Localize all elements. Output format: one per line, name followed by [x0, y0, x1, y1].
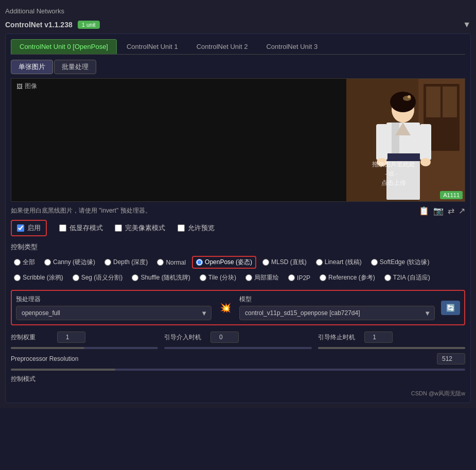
csdn-watermark: CSDN @w风雨无阻w: [11, 388, 465, 397]
resolution-row: Preprocessor Resolution: [11, 353, 465, 364]
guidance-end-input[interactable]: [364, 332, 393, 343]
image-preview: 拖放图片至此处 - 或 - 点击上传 A1111: [346, 79, 465, 201]
svg-rect-5: [443, 86, 457, 117]
guidance-start-track: [164, 347, 311, 349]
model-select[interactable]: control_v11p_sd15_openpose [cab727d4] No…: [239, 306, 435, 320]
tab-unit-1[interactable]: ControlNet Unit 1: [118, 39, 187, 54]
image-preview-inner: 拖放图片至此处 - 或 - 点击上传 A1111: [346, 79, 465, 201]
radio-normal[interactable]: Normal: [154, 256, 189, 269]
weight-track: [11, 347, 158, 349]
radio-t2ia[interactable]: T2IA (自适应): [381, 272, 433, 284]
radio-tile[interactable]: Tile (分块): [197, 272, 239, 284]
pixel-perfect-checkbox-label[interactable]: 完美像素模式: [115, 223, 165, 233]
control-mode-row: 控制模式: [11, 375, 465, 384]
model-select-wrapper: control_v11p_sd15_openpose [cab727d4] No…: [239, 306, 435, 320]
image-upload-area[interactable]: 🖼 图像: [11, 78, 465, 202]
tab-unit-3[interactable]: ControlNet Unit 3: [257, 39, 326, 54]
hint-icons: 📋 📷 ⇄ ↗: [419, 206, 465, 216]
subtab-batch[interactable]: 批量处理: [54, 60, 96, 74]
enable-options-row: 启用 低显存模式 完美像素模式 允许预览: [11, 220, 465, 236]
low-vram-checkbox-label[interactable]: 低显存模式: [59, 223, 103, 233]
explosion-button[interactable]: 💥: [218, 302, 233, 314]
guidance-start-row: 引导介入时机: [164, 332, 311, 343]
enable-checkbox[interactable]: [17, 224, 24, 232]
subtab-single[interactable]: 单张图片: [11, 60, 53, 74]
main-container: Additional Networks ControlNet v1.1.238 …: [0, 0, 476, 408]
control-mode-label: 控制模式: [11, 375, 36, 384]
additional-networks-title: Additional Networks: [5, 5, 471, 17]
enable-bordered-group: 启用: [11, 220, 47, 236]
guidance-end-label: 引导终止时机: [318, 333, 359, 342]
weight-fill: [11, 347, 84, 349]
svg-text:拖放图片至此处: 拖放图片至此处: [372, 161, 415, 168]
image-label: 🖼 图像: [12, 80, 41, 93]
resolution-fill: [11, 369, 115, 371]
svg-rect-4: [426, 86, 440, 117]
a1111-badge: A1111: [440, 191, 463, 199]
radio-softedge[interactable]: SoftEdge (软边缘): [368, 256, 433, 269]
radio-canny[interactable]: Canny (硬边缘): [41, 256, 98, 269]
tab-unit-0[interactable]: ControlNet Unit 0 [OpenPose]: [11, 39, 117, 54]
tab-unit-2[interactable]: ControlNet Unit 2: [188, 39, 257, 54]
resolution-track: [11, 369, 465, 371]
radio-openpose[interactable]: OpenPose (姿态): [192, 256, 256, 269]
svg-point-10: [408, 95, 411, 98]
svg-rect-15: [376, 124, 387, 160]
radio-seg[interactable]: Seg (语义分割): [69, 272, 126, 284]
weight-col: 控制权重: [11, 332, 158, 349]
swap-icon[interactable]: ⇄: [448, 206, 454, 216]
radio-depth[interactable]: Depth (深度): [101, 256, 151, 269]
camera-icon[interactable]: 📷: [433, 206, 444, 216]
copy-icon[interactable]: 📋: [419, 206, 429, 216]
guidance-end-track: [318, 347, 465, 349]
controlnet-header: ControlNet v1.1.238 1 unit ▼: [5, 20, 471, 29]
preprocessor-model-row: 预处理器 openpose_full openpose openpose_fac…: [11, 290, 465, 325]
three-col-sliders: 控制权重 引导介入时机 引导终止时机: [11, 332, 465, 349]
guidance-start-col: 引导介入时机: [164, 332, 311, 349]
resolution-label: Preprocessor Resolution: [11, 355, 103, 362]
unit-badge: 1 unit: [78, 21, 100, 29]
weight-input[interactable]: [57, 332, 85, 343]
guidance-end-fill: [318, 347, 465, 349]
allow-preview-label: 允许预览: [188, 223, 215, 233]
hint-text-content: 如果使用白底黑线图片，请使用 "invert" 预处理器。: [11, 206, 151, 215]
preprocessor-select[interactable]: openpose_full openpose openpose_face ope…: [16, 306, 211, 320]
model-section: 模型 control_v11p_sd15_openpose [cab727d4]…: [239, 295, 435, 320]
radio-ip2p[interactable]: IP2P: [285, 272, 313, 284]
svg-rect-8: [392, 98, 414, 106]
svg-rect-16: [420, 124, 431, 160]
resolution-input[interactable]: [437, 353, 465, 364]
send-icon[interactable]: ↗: [459, 206, 465, 216]
radio-all[interactable]: 全部: [11, 256, 38, 269]
weight-label: 控制权重: [11, 333, 52, 342]
weight-row: 控制权重: [11, 332, 158, 343]
allow-preview-checkbox-label[interactable]: 允许预览: [178, 223, 215, 233]
radio-inpaint[interactable]: 局部重绘: [242, 272, 282, 284]
collapse-button[interactable]: ▼: [463, 20, 471, 29]
radio-reference[interactable]: Reference (参考): [316, 272, 378, 284]
radio-mlsd[interactable]: MLSD (直线): [259, 256, 310, 269]
unit-tabs-row: ControlNet Unit 0 [OpenPose] ControlNet …: [11, 39, 465, 55]
guidance-end-row: 引导终止时机: [318, 332, 465, 343]
controlnet-version: ControlNet v1.1.238: [5, 21, 73, 29]
guidance-start-input[interactable]: [210, 332, 239, 343]
preprocessor-select-wrapper: openpose_full openpose openpose_face ope…: [16, 306, 211, 320]
enable-checkbox-label[interactable]: 启用: [17, 223, 41, 233]
low-vram-checkbox[interactable]: [59, 224, 66, 232]
image-icon: 🖼: [16, 83, 23, 90]
low-vram-label: 低显存模式: [69, 223, 103, 233]
radio-shuffle[interactable]: Shuffle (随机洗牌): [129, 272, 193, 284]
controlnet-panel: ControlNet Unit 0 [OpenPose] ControlNet …: [5, 33, 471, 403]
guidance-start-label: 引导介入时机: [164, 333, 205, 342]
radio-lineart[interactable]: Lineart (线稿): [313, 256, 365, 269]
svg-rect-13: [386, 153, 420, 161]
pixel-perfect-checkbox[interactable]: [115, 224, 122, 232]
svg-text:- 或 -: - 或 -: [385, 170, 398, 177]
preprocessor-section: 预处理器 openpose_full openpose openpose_fac…: [16, 295, 211, 320]
radio-scribble[interactable]: Scribble (涂鸦): [11, 272, 66, 284]
pixel-perfect-label: 完美像素模式: [125, 223, 165, 233]
subtabs-row: 单张图片 批量处理: [11, 60, 465, 74]
refresh-model-button[interactable]: 🔄: [441, 301, 460, 315]
hint-text-row: 如果使用白底黑线图片，请使用 "invert" 预处理器。 📋 📷 ⇄ ↗: [11, 206, 465, 216]
allow-preview-checkbox[interactable]: [178, 224, 185, 232]
